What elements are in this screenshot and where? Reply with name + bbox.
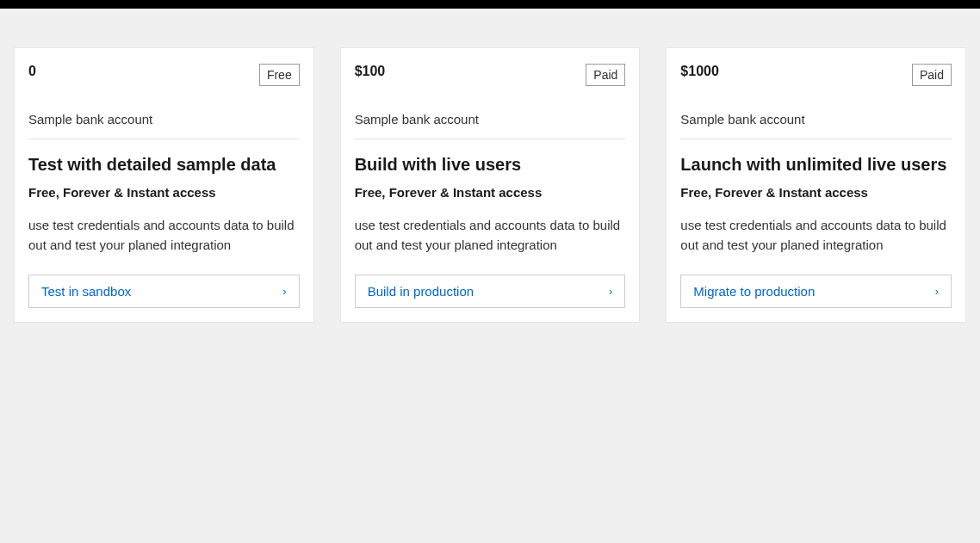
card-title: Build with live users xyxy=(355,155,626,175)
card-title: Test with detailed sample data xyxy=(28,155,300,175)
topbar xyxy=(0,0,980,9)
test-in-sandbox-button[interactable]: Test in sandbox › xyxy=(28,275,300,308)
card-subtitle: Sample bank account xyxy=(355,112,626,126)
card-subtitle: Sample bank account xyxy=(680,112,952,126)
card-tagline: Free, Forever & Instant access xyxy=(680,185,952,200)
card-description: use test credentials and accounts data t… xyxy=(355,215,626,256)
action-label: Test in sandbox xyxy=(41,284,131,299)
card-header: 0 Free xyxy=(28,64,300,86)
card-subtitle: Sample bank account xyxy=(28,112,300,126)
card-header: $1000 Paid xyxy=(680,64,952,86)
plan-badge: Free xyxy=(259,64,300,86)
divider xyxy=(28,139,300,139)
plan-badge: Paid xyxy=(586,64,625,86)
card-description: use test credentials and accounts data t… xyxy=(680,215,952,256)
card-tagline: Free, Forever & Instant access xyxy=(28,185,300,200)
action-label: Migrate to production xyxy=(693,284,815,299)
divider xyxy=(355,139,626,139)
card-header: $100 Paid xyxy=(355,64,626,86)
divider xyxy=(680,139,952,139)
card-description: use test credentials and accounts data t… xyxy=(28,215,300,256)
migrate-to-production-button[interactable]: Migrate to production › xyxy=(680,275,952,308)
card-tagline: Free, Forever & Instant access xyxy=(355,185,626,200)
chevron-right-icon: › xyxy=(935,285,939,298)
chevron-right-icon: › xyxy=(282,285,286,298)
build-in-production-button[interactable]: Build in production › xyxy=(355,275,626,308)
plan-badge: Paid xyxy=(912,64,952,86)
card-title: Launch with unlimited live users xyxy=(680,155,952,175)
price-value: $100 xyxy=(355,64,386,79)
price-value: 0 xyxy=(28,64,36,79)
pricing-card-paid-1000: $1000 Paid Sample bank account Launch wi… xyxy=(666,47,966,323)
price-value: $1000 xyxy=(680,64,719,79)
pricing-card-free: 0 Free Sample bank account Test with det… xyxy=(14,47,314,323)
pricing-card-paid-100: $100 Paid Sample bank account Build with… xyxy=(340,47,641,323)
pricing-cards-container: 0 Free Sample bank account Test with det… xyxy=(0,9,980,323)
chevron-right-icon: › xyxy=(609,285,612,298)
action-label: Build in production xyxy=(368,284,474,299)
